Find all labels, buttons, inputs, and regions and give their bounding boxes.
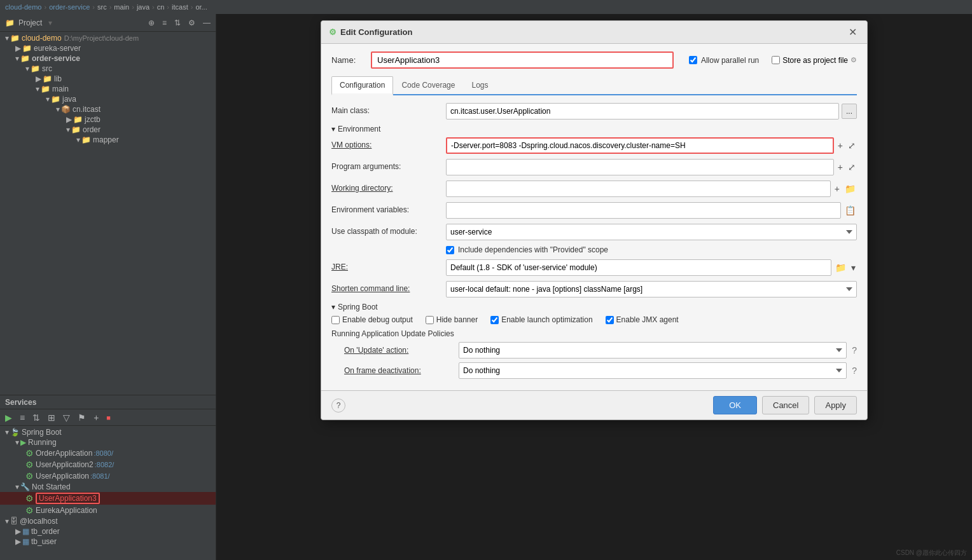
tree-item-order[interactable]: ▾ 📁 order [0, 125, 216, 135]
allow-parallel-label[interactable]: Allow parallel run [701, 56, 759, 65]
shorten-cmd-select[interactable]: user-local default: none - java [options… [446, 281, 857, 297]
working-dir-browse-btn[interactable]: 📁 [844, 182, 857, 195]
enable-launch-checkbox[interactable] [490, 316, 499, 324]
services-tb-user[interactable]: ▶ ▦ tb_user [0, 536, 216, 547]
help-button[interactable]: ? [331, 399, 345, 413]
enable-debug-label[interactable]: Enable debug output [342, 315, 413, 324]
enable-debug-checkbox[interactable] [331, 316, 340, 324]
services-order-app[interactable]: ⚙ OrderApplication :8080/ [0, 447, 216, 459]
tree-item-mapper[interactable]: ▾ 📁 mapper [0, 135, 216, 145]
include-deps-checkbox[interactable] [446, 246, 454, 254]
enable-jmx-label[interactable]: Enable JMX agent [616, 315, 679, 324]
tree-item-main[interactable]: ▾ 📁 main [0, 84, 216, 94]
jre-row: JRE: 📁 ▾ [331, 259, 857, 276]
ok-button[interactable]: OK [713, 396, 757, 414]
jre-input[interactable] [446, 259, 831, 276]
stop-button[interactable]: ■ [104, 413, 113, 423]
working-dir-input[interactable] [446, 181, 831, 197]
services-spring-boot[interactable]: ▾ 🍃 Spring Boot [0, 427, 216, 437]
table-icon: ▦ [22, 537, 29, 546]
arrow-icon: ▶ [15, 537, 21, 546]
services-running[interactable]: ▾ ▶ Running [0, 437, 216, 447]
services-user-app[interactable]: ⚙ UserApplication :8081/ [0, 470, 216, 482]
run-button[interactable]: ▶ [3, 411, 15, 424]
breadcrumb-item[interactable]: order-service [49, 3, 90, 11]
env-vars-edit-btn[interactable]: 📋 [844, 204, 857, 217]
program-args-add-btn[interactable]: + [837, 161, 844, 174]
align2-button[interactable]: ⇅ [30, 411, 43, 424]
allow-parallel-checkbox[interactable] [689, 56, 697, 64]
include-deps-label[interactable]: Include dependencies with "Provided" sco… [458, 245, 608, 254]
classpath-select[interactable]: user-service [446, 224, 857, 240]
apply-button[interactable]: Apply [814, 396, 857, 414]
enable-jmx-checkbox[interactable] [606, 316, 614, 324]
filter-button[interactable]: ▽ [60, 411, 73, 424]
tree-item-jzctb[interactable]: ▶ 📁 jzctb [0, 114, 216, 125]
main-class-input[interactable] [446, 103, 839, 120]
group-button[interactable]: ⊞ [45, 411, 58, 424]
tree-item-lib[interactable]: ▶ 📁 lib [0, 74, 216, 84]
project-label: Project [18, 18, 42, 27]
tree-item-eureka[interactable]: ▶ 📁 eureka-server [0, 43, 216, 53]
store-project-checkbox[interactable] [772, 56, 780, 64]
working-dir-value: + 📁 [446, 181, 857, 197]
working-dir-add-btn[interactable]: + [833, 182, 841, 195]
update-action-help-icon[interactable]: ? [852, 345, 857, 355]
align-button[interactable]: ≡ [17, 411, 27, 424]
breadcrumb-item[interactable]: main [114, 3, 129, 11]
name-input[interactable] [371, 51, 674, 69]
toolbar-icon[interactable]: ⊕ [148, 18, 155, 27]
tree-item-root[interactable]: ▾ 📁 cloud-demo D:\myProject\cloud-dem [0, 33, 216, 43]
spring-boot-section[interactable]: ▾ Spring Boot [331, 303, 857, 311]
breadcrumb-item[interactable]: java [137, 3, 149, 11]
close-button[interactable]: ✕ [846, 26, 859, 38]
arrow-icon: ▾ [5, 34, 9, 43]
jre-dropdown-btn[interactable]: ▾ [850, 261, 857, 274]
tree-item-cn-itcast[interactable]: ▾ 📦 cn.itcast [0, 104, 216, 114]
program-args-input[interactable] [446, 159, 834, 175]
vm-options-expand-btn[interactable]: ⤢ [847, 139, 857, 152]
tab-logs[interactable]: Logs [463, 76, 496, 94]
enable-launch-label[interactable]: Enable launch optimization [501, 315, 592, 324]
vm-options-input[interactable] [446, 137, 834, 154]
bookmark-button[interactable]: ⚑ [75, 411, 88, 424]
program-args-expand-btn[interactable]: ⤢ [847, 161, 857, 174]
update-action-select[interactable]: Do nothing Update classes and resources … [459, 342, 847, 359]
services-tb-order[interactable]: ▶ ▦ tb_order [0, 526, 216, 536]
toolbar-icon2[interactable]: ≡ [162, 18, 167, 27]
services-not-started[interactable]: ▾ 🔧 Not Started [0, 482, 216, 492]
tab-code-coverage[interactable]: Code Coverage [393, 76, 463, 94]
services-eureka[interactable]: ⚙ EurekaApplication [0, 505, 216, 516]
services-localhost[interactable]: ▾ 🗄 @localhost [0, 516, 216, 526]
toolbar-icon3[interactable]: ⇅ [174, 18, 181, 27]
tab-configuration[interactable]: Configuration [331, 76, 393, 95]
frame-deactivation-help-icon[interactable]: ? [852, 365, 857, 376]
add-button[interactable]: + [91, 411, 101, 424]
toolbar-icon5[interactable]: — [203, 18, 211, 27]
vm-options-add-btn[interactable]: + [837, 139, 844, 152]
tree-item-src[interactable]: ▾ 📁 src [0, 64, 216, 74]
main-class-browse-btn[interactable]: ... [842, 104, 857, 119]
store-label[interactable]: Store as project file [782, 56, 848, 65]
toolbar-icon4[interactable]: ⚙ [188, 18, 195, 27]
hide-banner-checkbox[interactable] [426, 316, 434, 324]
breadcrumb-item[interactable]: cloud-demo [5, 3, 41, 11]
breadcrumb-item[interactable]: src [97, 3, 107, 11]
jre-browse-btn[interactable]: 📁 [834, 261, 847, 274]
tree-item-java[interactable]: ▾ 📁 java [0, 94, 216, 104]
breadcrumb-item[interactable]: itcast [172, 3, 188, 11]
arrow-icon: ▾ [15, 482, 19, 491]
tree-item-order-service[interactable]: ▾ 📁 order-service [0, 53, 216, 64]
environment-section[interactable]: ▾ Environment [331, 125, 857, 133]
vm-options-row: VM options: + ⤢ [331, 137, 857, 154]
spring-icon: ⚙ [25, 505, 34, 516]
hide-banner-label[interactable]: Hide banner [436, 315, 478, 324]
breadcrumb-item[interactable]: or... [195, 3, 207, 11]
frame-deactivation-select[interactable]: Do nothing Update classes and resources … [459, 362, 847, 379]
env-vars-input[interactable] [446, 202, 841, 219]
services-user-app2[interactable]: ⚙ UserApplication2 :8082/ [0, 459, 216, 470]
cancel-button[interactable]: Cancel [762, 396, 809, 414]
footer-left: ? [331, 399, 345, 413]
services-user-app3[interactable]: ⚙ UserApplication3 [0, 492, 216, 505]
breadcrumb-item[interactable]: cn [157, 3, 165, 11]
